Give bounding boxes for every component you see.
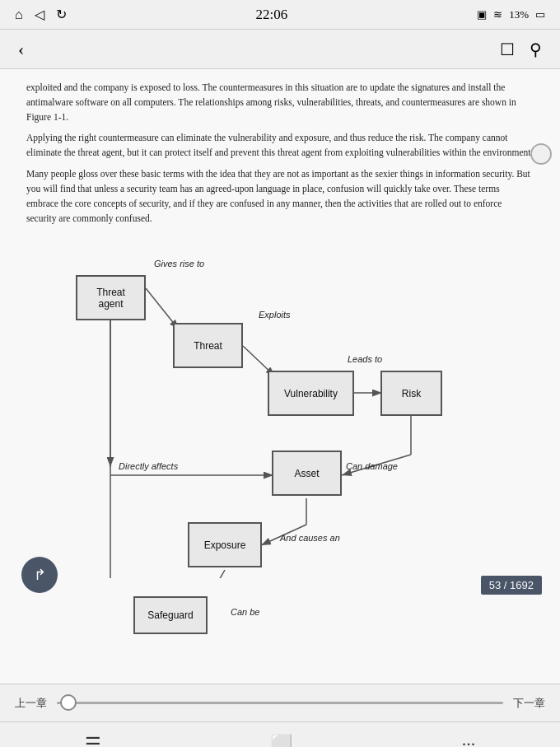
crop-button[interactable]: ⬜ [270,734,292,748]
battery-icon: ▭ [535,8,545,21]
box-threat: Threat [173,323,243,368]
paragraph-3: Many people gloss over these basic terms… [26,167,534,226]
chapter-navigation: 上一章 下一章 [0,684,560,721]
toolbar: ☰ ⬜ ··· [0,721,560,747]
screen-icon: ▣ [477,8,487,21]
back-icon[interactable]: ◁ [35,7,44,22]
nav-bar: ‹ ☐ ⚲ [0,30,560,69]
floating-action-button[interactable]: ↱ [21,557,58,593]
security-diagram: Threatagent Threat Vulnerability Risk As… [26,232,534,578]
nav-right-buttons: ☐ ⚲ [500,40,542,59]
home-icon[interactable]: ⌂ [15,7,23,22]
box-safeguard: Safeguard [133,596,208,634]
paragraph-2: Applying the right countermeasure can el… [26,131,534,161]
slider-thumb[interactable] [60,694,77,711]
status-bar: ⌂ ◁ ↻ 22:06 ▣ ≋ 13% ▭ [0,0,560,30]
svg-line-10 [208,570,225,578]
prev-chapter-button[interactable]: 上一章 [15,696,47,711]
next-chapter-button[interactable]: 下一章 [513,696,545,711]
label-leads-to: Leads to [348,354,382,364]
bookmark-button[interactable]: ☐ [500,40,515,59]
paragraph-1: exploited and the company is exposed to … [26,81,534,124]
label-can-damage: Can damage [346,461,398,471]
label-exploits: Exploits [259,310,291,320]
label-can-be: Can be [231,607,259,617]
progress-slider[interactable] [57,702,503,704]
status-left-icons: ⌂ ◁ ↻ [15,7,67,22]
search-button[interactable]: ⚲ [530,40,542,59]
wifi-icon: ≋ [493,8,502,21]
label-directly-affects: Directly affects [119,461,178,471]
status-time: 22:06 [256,7,288,23]
refresh-icon[interactable]: ↻ [56,7,67,22]
content-area: exploited and the company is exposed to … [0,69,560,684]
back-button[interactable]: ‹ [18,39,24,60]
box-asset: Asset [272,451,342,496]
scroll-indicator [530,143,552,165]
box-exposure: Exposure [188,522,262,567]
status-right-info: ▣ ≋ 13% ▭ [477,8,545,21]
label-gives-rise-to: Gives rise to [154,259,204,268]
label-and-causes-an: And causes an [280,533,340,543]
more-button[interactable]: ··· [462,734,476,748]
toc-button[interactable]: ☰ [85,734,101,748]
box-threat-agent: Threatagent [76,275,146,320]
box-vulnerability: Vulnerability [268,371,354,416]
box-risk: Risk [380,371,442,416]
battery-level: 13% [509,8,529,21]
page-number: 53 / 1692 [481,576,542,595]
